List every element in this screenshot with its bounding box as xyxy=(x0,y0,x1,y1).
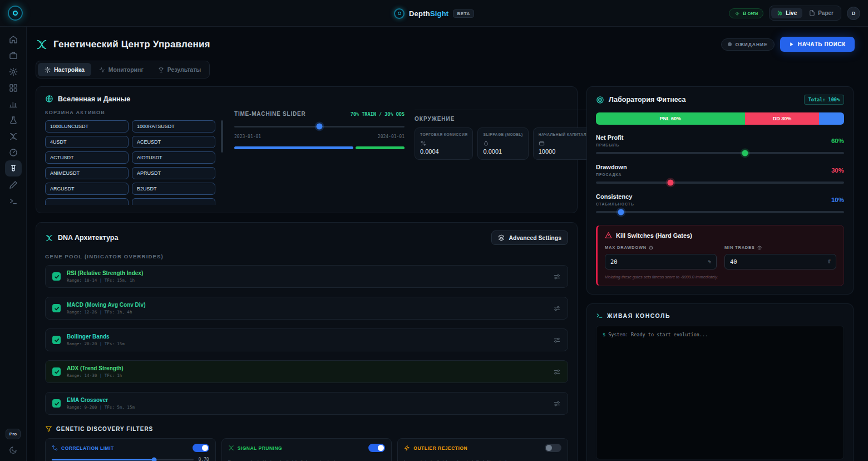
indicator-name: MACD (Moving Avg Conv Div) xyxy=(67,302,547,308)
net-profit-slider[interactable] xyxy=(596,152,844,154)
asset-chip[interactable]: B2USDT xyxy=(132,183,215,195)
sidebar-item-editor[interactable] xyxy=(5,176,22,193)
asset-chip[interactable]: 4USDT xyxy=(45,136,129,148)
start-search-button[interactable]: НАЧАТЬ ПОИСК xyxy=(780,37,855,52)
online-label: В сети xyxy=(743,11,758,16)
drawdown-slider[interactable] xyxy=(596,182,844,184)
sliders-icon[interactable] xyxy=(553,400,561,408)
correlation-limit-label: CORRELATION LIMIT xyxy=(61,445,114,451)
max-drawdown-suffix: % xyxy=(708,259,711,264)
max-drawdown-input[interactable] xyxy=(610,258,708,265)
consistency-slider[interactable] xyxy=(596,211,844,213)
net-profit-metric: Net Profit ПРИБЫЛЬ 60% xyxy=(596,134,844,154)
sliders-icon[interactable] xyxy=(553,368,561,376)
drawdown-label: Drawdown xyxy=(596,164,627,170)
correlation-limit-toggle[interactable] xyxy=(193,444,209,452)
signal-pruning-toggle[interactable] xyxy=(368,444,385,452)
asset-chip[interactable]: AIOTUSDT xyxy=(132,151,215,164)
asset-chip[interactable]: ANIMEUSDT xyxy=(45,167,129,179)
slippage-card[interactable]: SLIPPAGE (MODEL) 0.0001 xyxy=(477,127,528,160)
sidebar-item-strategy[interactable] xyxy=(5,128,22,144)
asset-chip[interactable] xyxy=(132,198,215,205)
min-trades-input[interactable] xyxy=(730,258,828,265)
time-machine-slider-thumb[interactable] xyxy=(317,124,323,130)
consistency-label: Consistency xyxy=(596,193,634,200)
user-avatar[interactable]: D xyxy=(847,7,860,20)
sidebar-item-exchange[interactable] xyxy=(5,144,22,160)
sliders-icon[interactable] xyxy=(553,336,561,344)
status-badge: ОЖИДАНИЕ xyxy=(721,38,774,51)
indicator-row-bollinger[interactable]: Bollinger BandsRange: 20-20 | TFs: 15m xyxy=(45,328,568,351)
tab-results[interactable]: Результаты xyxy=(151,63,208,76)
sidebar-item-analytics[interactable] xyxy=(5,96,22,112)
asset-list-scrollbar[interactable] xyxy=(221,120,223,153)
consistency-sublabel: СТАБИЛЬНОСТЬ xyxy=(596,202,634,206)
indicator-checkbox[interactable] xyxy=(52,304,61,312)
indicator-row-ema[interactable]: EMA CrossoverRange: 9-200 | TFs: 5m, 15m xyxy=(45,392,568,415)
sidebar-item-genetics[interactable] xyxy=(5,160,22,176)
advanced-settings-button[interactable]: Advanced Settings xyxy=(491,230,568,245)
paper-mode-button[interactable]: Paper xyxy=(803,8,839,18)
gene-pool-label: GENE POOL (INDICATOR OVERRIDES) xyxy=(45,253,568,259)
sidebar-item-terminal[interactable] xyxy=(5,193,22,209)
indicator-meta: Range: 20-20 | TFs: 15m xyxy=(67,341,547,346)
net-profit-sublabel: ПРИБЫЛЬ xyxy=(596,143,624,147)
indicator-checkbox[interactable] xyxy=(52,399,61,408)
train-segment xyxy=(234,146,353,149)
drawdown-slider-thumb[interactable] xyxy=(667,180,673,186)
sidebar-item-home[interactable] xyxy=(5,31,22,47)
capital-label: НАЧАЛЬНЫЙ КАПИТАЛ xyxy=(539,133,586,138)
sliders-icon[interactable] xyxy=(553,305,561,312)
brand: DepthSight BETA xyxy=(394,0,474,27)
asset-chip[interactable]: ARCUSDT xyxy=(45,183,129,195)
total-badge: Total: 100% xyxy=(804,95,844,105)
console-output: $System: Ready to start evolution... xyxy=(596,326,844,459)
net-profit-slider-thumb[interactable] xyxy=(742,150,748,156)
sidebar-item-settings[interactable] xyxy=(5,63,22,80)
live-mode-button[interactable]: Live xyxy=(771,8,802,18)
max-drawdown-label: MAX DRAWDOWN xyxy=(605,245,647,250)
indicator-name: EMA Crossover xyxy=(67,397,547,403)
indicator-checkbox[interactable] xyxy=(52,272,61,281)
outlier-rejection-toggle[interactable] xyxy=(545,444,561,452)
theme-toggle[interactable] xyxy=(9,446,17,454)
indicator-checkbox[interactable] xyxy=(52,367,61,376)
tab-monitoring[interactable]: Мониторинг xyxy=(92,63,150,76)
asset-chip[interactable]: APRUSDT xyxy=(132,167,215,179)
asset-chip[interactable] xyxy=(45,198,129,205)
indicator-row-rsi[interactable]: RSI (Relative Strength Index)Range: 10-1… xyxy=(45,265,568,288)
correlation-slider[interactable] xyxy=(52,459,194,460)
slippage-label: SLIPPAGE (MODEL) xyxy=(483,133,522,138)
time-machine-slider[interactable] xyxy=(234,123,405,130)
activity-icon xyxy=(99,67,105,73)
indicator-row-macd[interactable]: MACD (Moving Avg Conv Div)Range: 12-26 |… xyxy=(45,297,568,320)
dna-icon xyxy=(9,132,18,141)
fitness-lab-card: Лаборатория Фитнеса Total: 100% PNL 60% … xyxy=(586,86,854,295)
capital-card[interactable]: НАЧАЛЬНЫЙ КАПИТАЛ 10000 xyxy=(533,127,592,160)
gear-icon xyxy=(9,67,18,76)
indicator-row-adx[interactable]: ADX (Trend Strength)Range: 14-30 | TFs: … xyxy=(45,360,568,383)
sidebar-item-modules[interactable] xyxy=(5,80,22,96)
basket-label: КОРЗИНА АКТИВОВ xyxy=(45,110,224,115)
grid-icon xyxy=(9,84,18,92)
sidebar-item-lab[interactable] xyxy=(5,112,22,128)
sidebar-item-portfolio[interactable] xyxy=(5,47,22,63)
universe-card: Вселенная и Данные КОРЗИНА АКТИВОВ 1000L… xyxy=(36,86,578,213)
tab-setup[interactable]: Настройка xyxy=(38,63,91,76)
indicator-checkbox[interactable] xyxy=(52,336,61,344)
asset-chip[interactable]: ACEUSDT xyxy=(132,136,215,148)
drawdown-value: 30% xyxy=(831,167,844,174)
commission-card[interactable]: ТОРГОВАЯ КОМИССИЯ 0.0004 xyxy=(415,127,473,160)
console-message: System: Ready to start evolution... xyxy=(608,332,708,337)
asset-chip[interactable]: ACTUSDT xyxy=(45,151,129,164)
filters-label: GENETIC DISCOVERY FILTERS xyxy=(56,426,153,432)
asset-chip[interactable]: 1000LUNCUSDT xyxy=(45,120,129,133)
terminal-icon xyxy=(596,312,603,319)
indicator-meta: Range: 10-14 | TFs: 15m, 1h xyxy=(67,278,547,283)
check-icon xyxy=(54,337,60,343)
asset-chip[interactable]: 1000RATSUSDT xyxy=(132,120,215,133)
consistency-slider-thumb[interactable] xyxy=(618,209,624,215)
pro-badge[interactable]: Pro xyxy=(6,429,21,439)
sliders-icon[interactable] xyxy=(553,273,561,281)
correlation-slider-thumb[interactable] xyxy=(151,457,156,461)
